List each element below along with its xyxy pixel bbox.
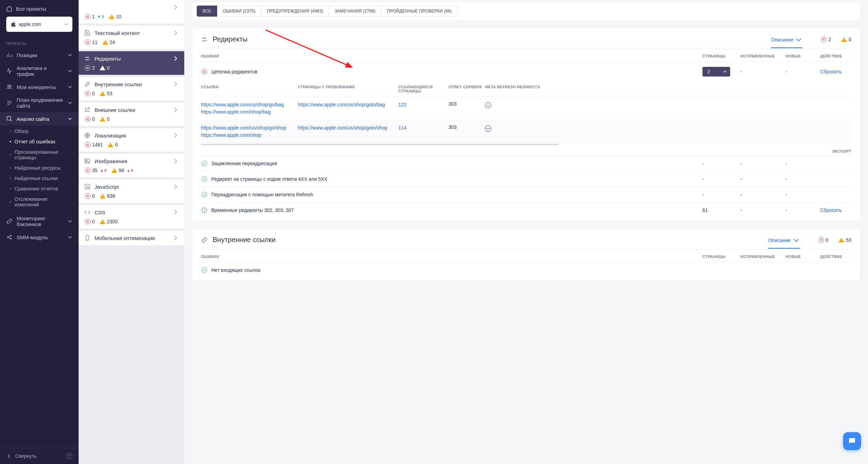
sidebar-item-competitors[interactable]: Мои конкуренты <box>0 80 79 93</box>
link-icon <box>6 218 12 224</box>
table-header: ОШИБКИ СТРАНИЦЫ ИСПРАВЛЕННЫЕ НОВЫЕ ДЕЙСТ… <box>201 250 851 262</box>
help-icon[interactable]: ? <box>66 453 72 459</box>
tab-errors[interactable]: ОШИБКИ (2375) <box>217 6 261 17</box>
section-error-count: 0 <box>818 237 829 243</box>
sidebar-item-site-analysis[interactable]: Анализ сайта <box>0 112 79 125</box>
share-icon <box>6 234 12 240</box>
code-icon <box>84 209 90 215</box>
chevron-right-icon <box>172 235 179 241</box>
users-icon <box>6 84 12 90</box>
project-name: apple.com <box>19 21 41 27</box>
ref-count-link[interactable]: 114 <box>398 124 449 132</box>
table-header: ОШИБКИ СТРАНИЦЫ ИСПРАВЛЕННЫЕ НОВЫЕ ДЕЙСТ… <box>201 49 851 62</box>
sidebar-item-analytics[interactable]: Аналитика и трафик <box>0 62 79 80</box>
chat-icon <box>848 437 857 446</box>
category-card-internal-links[interactable]: Внутренние ссылки 0 53 <box>79 77 184 100</box>
sidebar-item-positions[interactable]: Позиции <box>0 48 79 62</box>
export-link[interactable]: ЭКСПОРТ <box>201 145 851 155</box>
sidebar-sub-overview[interactable]: Обзор <box>0 126 79 136</box>
chevron-down-icon <box>68 69 72 73</box>
sidebar-item-smm[interactable]: SMM-модуль <box>0 231 79 244</box>
pulse-icon <box>6 68 12 74</box>
expand-pill[interactable]: 2 <box>702 67 730 77</box>
all-projects-label: Все проекты <box>16 6 46 12</box>
info-icon <box>202 207 207 213</box>
description-tab[interactable]: Описание <box>771 36 802 48</box>
filter-tabs: ВСЕ ОШИБКИ (2375) ПРЕДУПРЕЖДЕНИЯ (4983) … <box>193 2 860 20</box>
home-icon <box>6 6 12 12</box>
check-icon <box>202 176 207 182</box>
chevron-down-icon <box>68 84 72 89</box>
error-stat: 1▼3 <box>85 14 104 19</box>
chevron-right-icon <box>172 30 179 36</box>
category-card-external-links[interactable]: Внешние ссылки 0 0 <box>79 102 184 126</box>
ref-count-link[interactable]: 122 <box>398 101 449 108</box>
category-card-css[interactable]: CSS 0 2300 <box>79 205 184 229</box>
chevron-right-icon <box>172 81 179 87</box>
redirect-link[interactable]: https://www.apple.com/shop <box>201 132 298 139</box>
sidebar-sub-change-tracking[interactable]: Отслеживание изменений <box>0 194 79 210</box>
sidebar-sub-error-report[interactable]: Отчет об ошибках <box>0 136 79 147</box>
section-redirects: Редиректы Описание 2 0 ОШИБКИ СТРАНИЦЫ И… <box>193 28 860 221</box>
section-warning-count: 0 <box>841 37 851 42</box>
section-warning-count: 53 <box>839 237 851 243</box>
sidebar-collapse[interactable]: Свернуть ? <box>0 448 79 464</box>
sidebar-sub-found-links[interactable]: Найденные ссылки <box>0 173 79 184</box>
description-tab[interactable]: Описание <box>768 237 799 249</box>
redirect-icon <box>84 55 90 62</box>
external-link-icon <box>84 107 90 113</box>
chevron-right-icon <box>172 158 179 164</box>
table-row: Редирект на страницы с кодом ответа 4XX … <box>201 171 851 187</box>
chevron-down-icon <box>64 22 68 26</box>
category-card[interactable]: 1▼3 10 <box>79 0 184 24</box>
main-content: ВСЕ ОШИБКИ (2375) ПРЕДУПРЕЖДЕНИЯ (4983) … <box>184 0 868 464</box>
project-selector[interactable]: apple.com <box>6 17 72 32</box>
check-icon <box>202 192 207 197</box>
redirect-link[interactable]: https://www.apple.com/us/shop/go/shop <box>201 124 298 132</box>
sidebar-item-plan[interactable]: План продвижения сайта <box>0 93 79 112</box>
chat-widget-button[interactable] <box>843 432 861 450</box>
svg-point-4 <box>10 235 11 236</box>
chevron-down-icon <box>68 235 72 240</box>
chevron-up-icon <box>68 116 72 121</box>
section-title: Внутренние ссылки <box>213 236 276 244</box>
svg-point-0 <box>8 85 9 87</box>
reset-link[interactable]: Сбросить <box>820 207 842 213</box>
redirect-link[interactable]: https://www.apple.com/shop/bag <box>201 108 298 116</box>
tab-notices[interactable]: ЗАМЕЧАНИЯ (2768) <box>329 6 381 17</box>
list-icon <box>6 100 12 106</box>
category-card-text-content[interactable]: Текстовый контент 11 24 <box>79 26 184 49</box>
category-card-javascript[interactable]: JavaScript 0 838 <box>79 179 184 203</box>
chevron-down-icon <box>793 237 800 244</box>
detail-row: https://www.apple.com/us/shop/go/baghttp… <box>201 97 851 120</box>
sidebar-item-backlink-monitor[interactable]: Мониторинг бэклинков <box>0 212 79 231</box>
sidebar-sub-compare-reports[interactable]: Сравнение отчетов <box>0 184 79 194</box>
chevron-right-icon <box>172 107 179 113</box>
category-card-images[interactable]: Изображения 35▲6 98▲6 <box>79 154 184 177</box>
reset-link[interactable]: Сбросить <box>820 69 842 74</box>
table-row-redirect-chain: Цепочка редиректов 2 - - Сбросить <box>201 62 851 81</box>
chart-icon <box>6 52 12 58</box>
mobile-icon <box>84 235 90 241</box>
warning-stat: 10 <box>109 14 122 19</box>
sidebar-sub-found-resources[interactable]: Найденные ресурсы <box>0 163 79 173</box>
category-card-mobile[interactable]: Мобильная оптимизация <box>79 231 184 245</box>
apple-icon <box>10 21 16 27</box>
magnify-icon <box>6 116 12 122</box>
problem-page-link[interactable]: https://www.apple.com/us/shop/goto/shop <box>298 124 398 132</box>
section-internal-links: Внутренние ссылки Описание 0 53 ОШИБКИ С… <box>193 229 860 280</box>
sidebar-submenu-analysis: Обзор Отчет об ошибках Просканированные … <box>0 125 79 212</box>
tab-warnings[interactable]: ПРЕДУПРЕЖДЕНИЯ (4983) <box>262 6 329 17</box>
category-card-localization[interactable]: Локализация 1481 0 <box>79 128 184 152</box>
svg-point-1 <box>10 85 11 87</box>
tab-passed[interactable]: ПРОЙДЕННЫЕ ПРОВЕРКИ (66) <box>381 6 458 17</box>
chevron-up-icon <box>723 70 727 74</box>
chevron-down-icon <box>68 219 72 224</box>
all-projects-link[interactable]: Все проекты <box>6 6 72 12</box>
tab-all[interactable]: ВСЕ <box>197 6 217 17</box>
redirect-link[interactable]: https://www.apple.com/us/shop/go/bag <box>201 101 298 108</box>
sidebar-sub-scanned-pages[interactable]: Просканированные страницы <box>0 147 79 163</box>
category-card-redirects[interactable]: Редиректы 2 0 <box>79 51 184 75</box>
problem-page-link[interactable]: https://www.apple.com/us/shop/goto/bag <box>298 101 398 108</box>
chevron-right-icon <box>172 132 179 139</box>
